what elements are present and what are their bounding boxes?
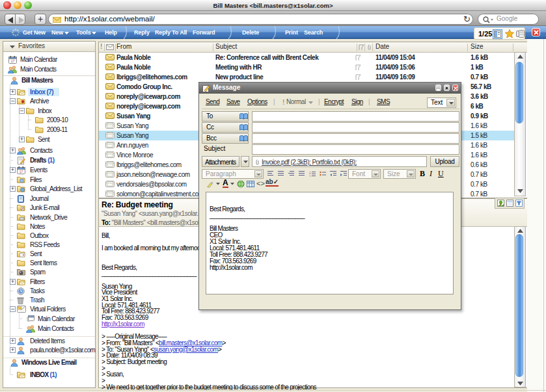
svg-text:2: 2 bbox=[309, 175, 311, 177]
svg-text:17: 17 bbox=[20, 170, 23, 174]
svg-text:17: 17 bbox=[11, 59, 15, 63]
